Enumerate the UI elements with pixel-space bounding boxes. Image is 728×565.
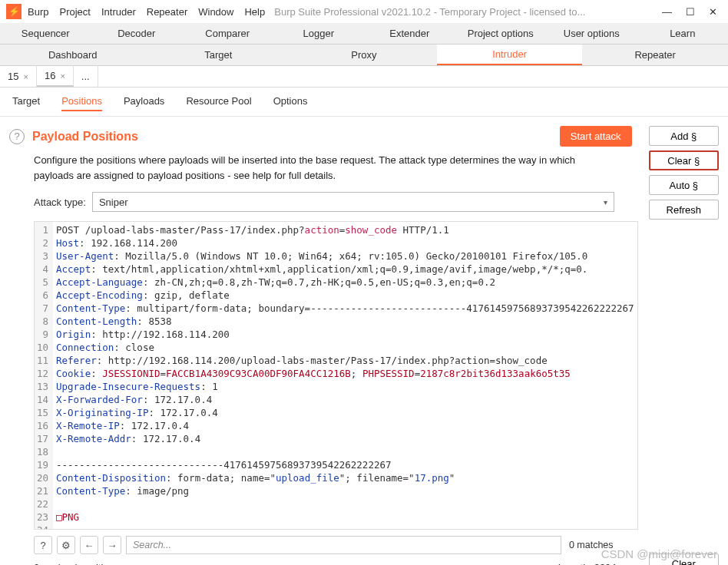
code-line (56, 497, 634, 510)
tool-tabs-row2: DashboardTargetProxyIntruderRepeater (0, 45, 728, 66)
tab-logger[interactable]: Logger (273, 23, 365, 44)
search-input[interactable]: Search... (126, 536, 561, 554)
close-button[interactable]: ✕ (709, 6, 717, 18)
code-line: Origin: http://192.168.114.200 (56, 328, 634, 341)
code-line: POST /upload-labs-master/Pass-17/index.p… (56, 223, 634, 236)
code-line: Accept: text/html,application/xhtml+xml,… (56, 263, 634, 276)
code-line: Content-Length: 8538 (56, 315, 634, 328)
intruder-subtabs: 15×16×... (0, 66, 728, 88)
code-line: Accept-Language: zh-CN,zh;q=0.8,zh-TW;q=… (56, 276, 634, 289)
menu-window[interactable]: Window (198, 6, 233, 18)
chevron-down-icon: ▾ (604, 198, 607, 207)
code-line (56, 445, 634, 458)
maximize-button[interactable]: ☐ (686, 6, 695, 18)
window-controls: — ☐ ✕ (657, 6, 722, 18)
add-marker-button[interactable]: Add § (649, 126, 719, 146)
subtab-label: 16 (45, 70, 55, 81)
conf-tab-target[interactable]: Target (12, 92, 40, 111)
code-line: Cookie: JSESSIONID=FACCB1A4309C93CA00DF9… (56, 367, 634, 380)
menu-help[interactable]: Help (244, 6, 265, 18)
code-line: X-Remote-IP: 172.17.0.4 (56, 419, 634, 432)
subtab-label: ... (81, 71, 90, 82)
close-icon[interactable]: × (60, 71, 65, 81)
conf-tab-positions[interactable]: Positions (61, 92, 102, 111)
request-length: Length: 9394 (558, 562, 617, 565)
tab-learn[interactable]: Learn (637, 23, 729, 44)
tab-decoder[interactable]: Decoder (91, 23, 183, 44)
code-line: X-Originating-IP: 172.17.0.4 (56, 406, 634, 419)
tab-target[interactable]: Target (146, 45, 292, 65)
refresh-button[interactable]: Refresh (649, 200, 719, 220)
menu-project[interactable]: Project (59, 6, 90, 18)
search-placeholder: Search... (133, 540, 171, 550)
prev-match-button[interactable]: ← (80, 536, 98, 554)
tab-repeater[interactable]: Repeater (582, 45, 728, 65)
section-description: Configure the positions where payloads w… (9, 147, 608, 192)
tab-extender[interactable]: Extender (364, 23, 455, 44)
subtab-...[interactable]: ... (74, 66, 98, 87)
menu-repeater[interactable]: Repeater (147, 6, 187, 18)
clear-markers-button[interactable]: Clear § (649, 150, 719, 170)
conf-tab-resource-pool[interactable]: Resource Pool (186, 92, 251, 111)
line-gutter: 1234567891011121314151617181920212223242… (35, 222, 53, 529)
request-code[interactable]: POST /upload-labs-master/Pass-17/index.p… (53, 222, 637, 529)
menu-burp[interactable]: Burp (28, 6, 48, 18)
payload-position-count: 0 payload positions (34, 562, 119, 565)
attack-type-value: Sniper (99, 197, 128, 208)
subtab-15[interactable]: 15× (0, 66, 37, 87)
next-match-button[interactable]: → (103, 536, 121, 554)
tab-comparer[interactable]: Comparer (182, 23, 273, 44)
subtab-label: 15 (8, 71, 18, 82)
help-icon[interactable]: ? (34, 536, 52, 554)
config-tabs: TargetPositionsPayloadsResource PoolOpti… (0, 88, 728, 117)
request-editor[interactable]: 1234567891011121314151617181920212223242… (34, 221, 638, 530)
code-line: Content-Type: multipart/form-data; bound… (56, 302, 634, 315)
code-line: Content-Disposition: form-data; name="up… (56, 471, 634, 484)
help-icon[interactable]: ? (9, 129, 25, 144)
gear-icon[interactable]: ⚙ (57, 536, 75, 554)
code-line: Host: 192.168.114.200 (56, 236, 634, 249)
auto-markers-button[interactable]: Auto § (649, 175, 719, 195)
title-bar: ⚡ BurpProjectIntruderRepeaterWindowHelp … (0, 0, 728, 23)
attack-type-select[interactable]: Sniper ▾ (92, 192, 614, 212)
code-line: X-Remote-Addr: 172.17.0.4 (56, 432, 634, 445)
code-line: User-Agent: Mozilla/5.0 (Windows NT 10.0… (56, 249, 634, 263)
minimize-button[interactable]: — (662, 6, 672, 18)
start-attack-button[interactable]: Start attack (560, 126, 632, 147)
main-menu: BurpProjectIntruderRepeaterWindowHelp (28, 6, 265, 18)
tab-sequencer[interactable]: Sequencer (0, 23, 91, 44)
code-line: X-Forwarded-For: 172.17.0.4 (56, 393, 634, 406)
close-icon[interactable]: × (23, 72, 28, 81)
tab-proxy[interactable]: Proxy (291, 45, 437, 65)
tab-intruder[interactable]: Intruder (437, 45, 583, 65)
tool-tabs-row1: SequencerDecoderComparerLoggerExtenderPr… (0, 23, 728, 45)
code-line: Content-Type: image/png (56, 484, 634, 497)
app-logo: ⚡ (6, 4, 22, 19)
tab-dashboard[interactable]: Dashboard (0, 45, 146, 65)
tab-project-options[interactable]: Project options (455, 23, 547, 44)
code-line: □PNG (56, 510, 634, 524)
conf-tab-payloads[interactable]: Payloads (124, 92, 164, 111)
tab-user-options[interactable]: User options (546, 23, 637, 44)
code-line (56, 524, 634, 529)
menu-intruder[interactable]: Intruder (101, 6, 136, 18)
section-heading: Payload Positions (32, 130, 138, 144)
window-title: Burp Suite Professional v2021.10.2 - Tem… (274, 6, 657, 18)
conf-tab-options[interactable]: Options (273, 92, 308, 111)
subtab-16[interactable]: 16× (37, 66, 74, 87)
code-line: Accept-Encoding: gzip, deflate (56, 289, 634, 302)
code-line: Referer: http://192.168.114.200/upload-l… (56, 354, 634, 367)
code-line: Upgrade-Insecure-Requests: 1 (56, 380, 634, 393)
attack-type-label: Attack type: (34, 197, 86, 208)
match-count: 0 matches (566, 540, 617, 550)
code-line: -----------------------------41761459756… (56, 458, 634, 471)
clear-button[interactable]: Clear (649, 553, 719, 565)
code-line: Connection: close (56, 341, 634, 354)
